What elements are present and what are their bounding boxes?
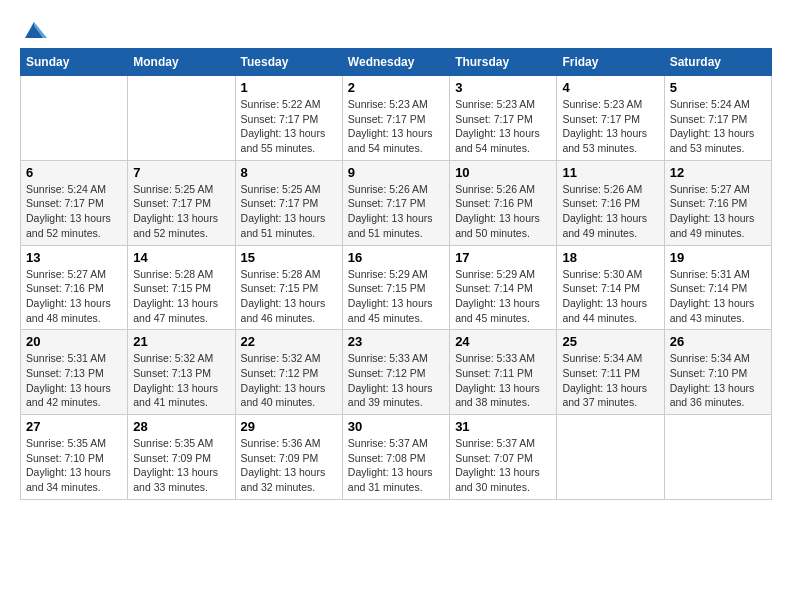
calendar-cell: 9Sunrise: 5:26 AM Sunset: 7:17 PM Daylig…	[342, 160, 449, 245]
day-info: Sunrise: 5:29 AM Sunset: 7:15 PM Dayligh…	[348, 267, 444, 326]
calendar-cell: 15Sunrise: 5:28 AM Sunset: 7:15 PM Dayli…	[235, 245, 342, 330]
calendar-cell: 5Sunrise: 5:24 AM Sunset: 7:17 PM Daylig…	[664, 76, 771, 161]
calendar-week-3: 13Sunrise: 5:27 AM Sunset: 7:16 PM Dayli…	[21, 245, 772, 330]
calendar-cell: 14Sunrise: 5:28 AM Sunset: 7:15 PM Dayli…	[128, 245, 235, 330]
day-info: Sunrise: 5:34 AM Sunset: 7:11 PM Dayligh…	[562, 351, 658, 410]
day-info: Sunrise: 5:28 AM Sunset: 7:15 PM Dayligh…	[241, 267, 337, 326]
calendar-cell: 27Sunrise: 5:35 AM Sunset: 7:10 PM Dayli…	[21, 415, 128, 500]
day-info: Sunrise: 5:27 AM Sunset: 7:16 PM Dayligh…	[670, 182, 766, 241]
calendar-cell: 4Sunrise: 5:23 AM Sunset: 7:17 PM Daylig…	[557, 76, 664, 161]
day-number: 20	[26, 334, 122, 349]
day-info: Sunrise: 5:37 AM Sunset: 7:07 PM Dayligh…	[455, 436, 551, 495]
day-info: Sunrise: 5:22 AM Sunset: 7:17 PM Dayligh…	[241, 97, 337, 156]
calendar-cell: 24Sunrise: 5:33 AM Sunset: 7:11 PM Dayli…	[450, 330, 557, 415]
day-number: 28	[133, 419, 229, 434]
page-header	[20, 20, 772, 38]
day-info: Sunrise: 5:35 AM Sunset: 7:09 PM Dayligh…	[133, 436, 229, 495]
column-header-sunday: Sunday	[21, 49, 128, 76]
day-number: 18	[562, 250, 658, 265]
calendar-cell: 30Sunrise: 5:37 AM Sunset: 7:08 PM Dayli…	[342, 415, 449, 500]
day-number: 26	[670, 334, 766, 349]
day-info: Sunrise: 5:31 AM Sunset: 7:13 PM Dayligh…	[26, 351, 122, 410]
day-info: Sunrise: 5:26 AM Sunset: 7:16 PM Dayligh…	[562, 182, 658, 241]
calendar-cell: 20Sunrise: 5:31 AM Sunset: 7:13 PM Dayli…	[21, 330, 128, 415]
calendar-cell: 23Sunrise: 5:33 AM Sunset: 7:12 PM Dayli…	[342, 330, 449, 415]
calendar-cell: 21Sunrise: 5:32 AM Sunset: 7:13 PM Dayli…	[128, 330, 235, 415]
calendar-cell: 18Sunrise: 5:30 AM Sunset: 7:14 PM Dayli…	[557, 245, 664, 330]
day-info: Sunrise: 5:32 AM Sunset: 7:13 PM Dayligh…	[133, 351, 229, 410]
calendar-week-5: 27Sunrise: 5:35 AM Sunset: 7:10 PM Dayli…	[21, 415, 772, 500]
day-number: 24	[455, 334, 551, 349]
calendar-cell: 19Sunrise: 5:31 AM Sunset: 7:14 PM Dayli…	[664, 245, 771, 330]
calendar-cell: 25Sunrise: 5:34 AM Sunset: 7:11 PM Dayli…	[557, 330, 664, 415]
day-number: 22	[241, 334, 337, 349]
day-number: 29	[241, 419, 337, 434]
day-number: 30	[348, 419, 444, 434]
day-number: 9	[348, 165, 444, 180]
day-info: Sunrise: 5:26 AM Sunset: 7:17 PM Dayligh…	[348, 182, 444, 241]
day-number: 13	[26, 250, 122, 265]
day-info: Sunrise: 5:23 AM Sunset: 7:17 PM Dayligh…	[562, 97, 658, 156]
day-number: 19	[670, 250, 766, 265]
calendar-cell: 31Sunrise: 5:37 AM Sunset: 7:07 PM Dayli…	[450, 415, 557, 500]
calendar-cell: 6Sunrise: 5:24 AM Sunset: 7:17 PM Daylig…	[21, 160, 128, 245]
calendar-cell: 1Sunrise: 5:22 AM Sunset: 7:17 PM Daylig…	[235, 76, 342, 161]
calendar-cell: 26Sunrise: 5:34 AM Sunset: 7:10 PM Dayli…	[664, 330, 771, 415]
day-number: 15	[241, 250, 337, 265]
day-info: Sunrise: 5:27 AM Sunset: 7:16 PM Dayligh…	[26, 267, 122, 326]
day-number: 27	[26, 419, 122, 434]
calendar-cell: 10Sunrise: 5:26 AM Sunset: 7:16 PM Dayli…	[450, 160, 557, 245]
calendar-cell: 11Sunrise: 5:26 AM Sunset: 7:16 PM Dayli…	[557, 160, 664, 245]
column-header-monday: Monday	[128, 49, 235, 76]
day-number: 2	[348, 80, 444, 95]
day-number: 5	[670, 80, 766, 95]
calendar-cell: 29Sunrise: 5:36 AM Sunset: 7:09 PM Dayli…	[235, 415, 342, 500]
day-number: 23	[348, 334, 444, 349]
calendar-cell: 16Sunrise: 5:29 AM Sunset: 7:15 PM Dayli…	[342, 245, 449, 330]
day-info: Sunrise: 5:33 AM Sunset: 7:11 PM Dayligh…	[455, 351, 551, 410]
day-number: 17	[455, 250, 551, 265]
calendar-cell: 28Sunrise: 5:35 AM Sunset: 7:09 PM Dayli…	[128, 415, 235, 500]
day-info: Sunrise: 5:31 AM Sunset: 7:14 PM Dayligh…	[670, 267, 766, 326]
day-number: 25	[562, 334, 658, 349]
day-info: Sunrise: 5:35 AM Sunset: 7:10 PM Dayligh…	[26, 436, 122, 495]
day-info: Sunrise: 5:23 AM Sunset: 7:17 PM Dayligh…	[455, 97, 551, 156]
logo	[20, 20, 47, 38]
calendar-week-4: 20Sunrise: 5:31 AM Sunset: 7:13 PM Dayli…	[21, 330, 772, 415]
day-number: 3	[455, 80, 551, 95]
day-number: 14	[133, 250, 229, 265]
day-number: 11	[562, 165, 658, 180]
day-info: Sunrise: 5:32 AM Sunset: 7:12 PM Dayligh…	[241, 351, 337, 410]
day-number: 31	[455, 419, 551, 434]
day-number: 21	[133, 334, 229, 349]
day-number: 7	[133, 165, 229, 180]
calendar-cell: 8Sunrise: 5:25 AM Sunset: 7:17 PM Daylig…	[235, 160, 342, 245]
calendar-cell: 2Sunrise: 5:23 AM Sunset: 7:17 PM Daylig…	[342, 76, 449, 161]
calendar-cell: 7Sunrise: 5:25 AM Sunset: 7:17 PM Daylig…	[128, 160, 235, 245]
day-info: Sunrise: 5:24 AM Sunset: 7:17 PM Dayligh…	[670, 97, 766, 156]
day-info: Sunrise: 5:28 AM Sunset: 7:15 PM Dayligh…	[133, 267, 229, 326]
calendar-cell: 22Sunrise: 5:32 AM Sunset: 7:12 PM Dayli…	[235, 330, 342, 415]
day-number: 1	[241, 80, 337, 95]
day-info: Sunrise: 5:33 AM Sunset: 7:12 PM Dayligh…	[348, 351, 444, 410]
day-info: Sunrise: 5:24 AM Sunset: 7:17 PM Dayligh…	[26, 182, 122, 241]
calendar-cell	[21, 76, 128, 161]
day-number: 4	[562, 80, 658, 95]
day-info: Sunrise: 5:36 AM Sunset: 7:09 PM Dayligh…	[241, 436, 337, 495]
calendar-week-1: 1Sunrise: 5:22 AM Sunset: 7:17 PM Daylig…	[21, 76, 772, 161]
day-info: Sunrise: 5:37 AM Sunset: 7:08 PM Dayligh…	[348, 436, 444, 495]
day-info: Sunrise: 5:23 AM Sunset: 7:17 PM Dayligh…	[348, 97, 444, 156]
calendar-cell	[664, 415, 771, 500]
day-info: Sunrise: 5:29 AM Sunset: 7:14 PM Dayligh…	[455, 267, 551, 326]
calendar-week-2: 6Sunrise: 5:24 AM Sunset: 7:17 PM Daylig…	[21, 160, 772, 245]
day-number: 16	[348, 250, 444, 265]
day-number: 6	[26, 165, 122, 180]
calendar-cell: 13Sunrise: 5:27 AM Sunset: 7:16 PM Dayli…	[21, 245, 128, 330]
day-info: Sunrise: 5:30 AM Sunset: 7:14 PM Dayligh…	[562, 267, 658, 326]
day-info: Sunrise: 5:34 AM Sunset: 7:10 PM Dayligh…	[670, 351, 766, 410]
column-header-wednesday: Wednesday	[342, 49, 449, 76]
day-info: Sunrise: 5:25 AM Sunset: 7:17 PM Dayligh…	[133, 182, 229, 241]
column-header-tuesday: Tuesday	[235, 49, 342, 76]
calendar-cell	[557, 415, 664, 500]
day-number: 8	[241, 165, 337, 180]
